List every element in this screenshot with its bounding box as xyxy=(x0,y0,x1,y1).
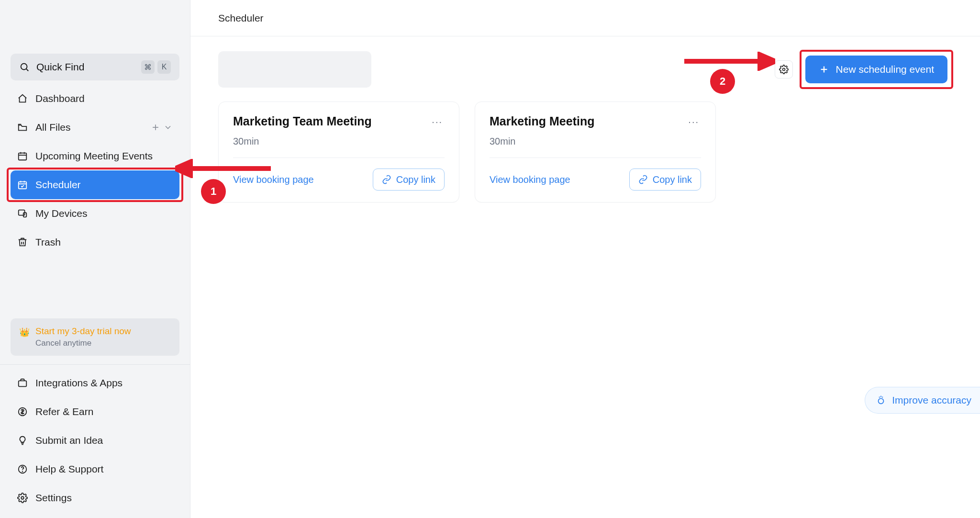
toolbar-placeholder xyxy=(218,51,371,88)
trial-card[interactable]: 👑 Start my 3-day trial now Cancel anytim… xyxy=(11,318,179,356)
link-icon xyxy=(638,175,648,184)
improve-accuracy-label: Improve accuracy xyxy=(892,394,971,406)
sidebar-item-label: Upcoming Meeting Events xyxy=(35,150,173,162)
crown-icon: 👑 xyxy=(19,327,30,348)
improve-accuracy-button[interactable]: Improve accuracy xyxy=(865,387,980,414)
sidebar-item-submit-idea[interactable]: Submit an Idea xyxy=(11,426,179,455)
gear-icon xyxy=(779,65,789,74)
dollar-icon xyxy=(17,406,28,417)
sidebar-item-label: Settings xyxy=(35,492,173,504)
devices-icon xyxy=(17,208,28,219)
logo-area xyxy=(0,5,190,54)
copy-link-label: Copy link xyxy=(396,174,435,185)
event-card: Marketing Team Meeting ··· 30min View bo… xyxy=(218,101,459,203)
sidebar-nav: Quick Find ⌘ K Dashboard All Files xyxy=(0,54,190,257)
sidebar-item-upcoming-events[interactable]: Upcoming Meeting Events xyxy=(11,142,179,170)
sidebar: Quick Find ⌘ K Dashboard All Files xyxy=(0,0,190,518)
svg-point-18 xyxy=(21,496,24,499)
sidebar-item-label: Refer & Earn xyxy=(35,406,173,417)
page-title: Scheduler xyxy=(218,12,264,24)
shortcut-mod-key: ⌘ xyxy=(141,60,155,74)
sidebar-item-integrations[interactable]: Integrations & Apps xyxy=(11,369,179,397)
sidebar-item-my-devices[interactable]: My Devices xyxy=(11,199,179,228)
calendar-icon xyxy=(17,151,28,161)
trash-icon xyxy=(17,237,28,248)
event-card-duration: 30min xyxy=(490,136,701,147)
view-booking-page-link[interactable]: View booking page xyxy=(490,174,570,185)
sidebar-bottom: Integrations & Apps Refer & Earn Submit … xyxy=(0,364,190,518)
sidebar-item-label: Scheduler xyxy=(35,179,173,191)
sparkle-icon xyxy=(876,395,886,405)
card-menu-button[interactable]: ··· xyxy=(686,114,701,129)
event-card: Marketing Meeting ··· 30min View booking… xyxy=(475,101,716,203)
sidebar-item-label: Submit an Idea xyxy=(35,435,173,446)
briefcase-icon xyxy=(17,378,28,388)
search-icon xyxy=(19,62,30,72)
plus-icon xyxy=(819,64,829,75)
main: Scheduler New scheduling event xyxy=(190,0,980,518)
view-booking-page-link[interactable]: View booking page xyxy=(233,174,314,185)
sidebar-item-dashboard[interactable]: Dashboard xyxy=(11,84,179,113)
chevron-down-icon[interactable] xyxy=(163,123,173,132)
calendar-check-icon xyxy=(17,180,28,190)
sidebar-item-refer[interactable]: Refer & Earn xyxy=(11,397,179,426)
trial-subtitle: Cancel anytime xyxy=(35,338,131,348)
toolbar: New scheduling event xyxy=(218,51,952,88)
help-icon xyxy=(17,464,28,474)
trial-title: Start my 3-day trial now xyxy=(35,326,131,337)
all-files-trailing xyxy=(151,123,173,132)
new-event-label: New scheduling event xyxy=(836,64,934,75)
svg-line-1 xyxy=(26,69,28,71)
content: New scheduling event 2 Marketing Team Me… xyxy=(190,36,980,217)
event-card-duration: 30min xyxy=(233,136,445,147)
new-event-wrap: New scheduling event xyxy=(801,51,952,88)
svg-rect-4 xyxy=(19,153,27,160)
svg-point-0 xyxy=(21,64,27,70)
sidebar-item-settings[interactable]: Settings xyxy=(11,484,179,512)
plus-icon[interactable] xyxy=(151,123,160,132)
sidebar-item-all-files[interactable]: All Files xyxy=(11,113,179,142)
svg-rect-8 xyxy=(19,182,27,189)
scheduler-settings-button[interactable] xyxy=(775,60,793,79)
topbar: Scheduler xyxy=(190,0,980,36)
quick-find-label: Quick Find xyxy=(36,61,141,73)
shortcut-letter-key: K xyxy=(157,60,171,74)
logo-placeholder xyxy=(11,11,179,49)
divider xyxy=(233,158,445,158)
copy-link-label: Copy link xyxy=(653,174,692,185)
home-icon xyxy=(17,93,28,104)
quick-find[interactable]: Quick Find ⌘ K xyxy=(11,54,179,80)
sidebar-item-label: Trash xyxy=(35,236,173,248)
sidebar-item-label: All Files xyxy=(35,122,151,133)
sidebar-item-label: Dashboard xyxy=(35,93,173,104)
cards-row: Marketing Team Meeting ··· 30min View bo… xyxy=(218,101,952,203)
svg-rect-14 xyxy=(19,381,27,386)
quick-find-shortcut: ⌘ K xyxy=(141,60,171,74)
link-icon xyxy=(382,175,391,184)
folder-icon xyxy=(17,122,28,133)
divider xyxy=(490,158,701,158)
new-scheduling-event-button[interactable]: New scheduling event xyxy=(805,56,947,83)
event-card-title: Marketing Team Meeting xyxy=(233,114,372,128)
svg-point-17 xyxy=(22,471,23,472)
sidebar-item-trash[interactable]: Trash xyxy=(11,228,179,257)
copy-link-button[interactable]: Copy link xyxy=(373,169,445,191)
svg-point-26 xyxy=(879,398,884,404)
sidebar-item-label: Help & Support xyxy=(35,463,173,475)
event-card-title: Marketing Meeting xyxy=(490,114,594,128)
lightbulb-icon xyxy=(17,435,28,446)
gear-icon xyxy=(17,493,28,503)
sidebar-item-label: Integrations & Apps xyxy=(35,377,173,389)
copy-link-button[interactable]: Copy link xyxy=(629,169,701,191)
sidebar-item-scheduler[interactable]: Scheduler xyxy=(11,170,179,199)
sidebar-item-label: My Devices xyxy=(35,208,173,219)
card-menu-button[interactable]: ··· xyxy=(430,114,445,129)
sidebar-item-help[interactable]: Help & Support xyxy=(11,455,179,484)
svg-point-19 xyxy=(782,68,785,71)
